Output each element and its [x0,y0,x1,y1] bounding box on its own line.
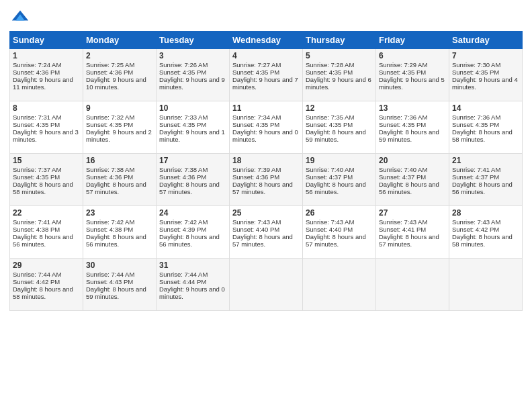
sunset-label: Sunset: 4:40 PM [232,226,279,233]
calendar-cell: 30Sunrise: 7:44 AMSunset: 4:43 PMDayligh… [83,259,157,311]
sunset-label: Sunset: 4:36 PM [232,173,279,181]
calendar-cell [376,259,449,311]
sunrise-label: Sunrise: 7:34 AM [232,113,281,121]
daylight-label: Daylight: 8 hours and 58 minutes. [13,285,73,300]
calendar-cell: 10Sunrise: 7:33 AMSunset: 4:35 PMDayligh… [157,101,230,154]
day-number: 23 [86,208,153,218]
day-number: 25 [232,208,300,218]
calendar-cell: 26Sunrise: 7:43 AMSunset: 4:40 PMDayligh… [303,206,376,259]
daylight-label: Daylight: 9 hours and 2 minutes. [86,128,152,143]
sunset-label: Sunset: 4:36 PM [13,68,60,76]
day-number: 28 [452,208,519,218]
header-day-saturday: Saturday [449,32,523,49]
header-day-friday: Friday [376,32,449,49]
daylight-label: Daylight: 8 hours and 57 minutes. [306,233,366,248]
sunset-label: Sunset: 4:35 PM [306,68,353,76]
sunset-label: Sunset: 4:40 PM [306,226,353,233]
sunrise-label: Sunrise: 7:33 AM [159,113,208,121]
daylight-label: Daylight: 8 hours and 59 minutes. [306,128,366,143]
daylight-label: Daylight: 8 hours and 56 minutes. [13,233,73,248]
daylight-label: Daylight: 9 hours and 10 minutes. [86,76,146,91]
daylight-label: Daylight: 8 hours and 58 minutes. [452,128,513,143]
sunrise-label: Sunrise: 7:37 AM [13,166,61,173]
calendar-cell: 25Sunrise: 7:43 AMSunset: 4:40 PMDayligh… [230,206,303,259]
day-number: 9 [86,103,153,113]
daylight-label: Daylight: 8 hours and 57 minutes. [232,181,293,195]
day-number: 3 [159,51,226,60]
daylight-label: Daylight: 9 hours and 1 minute. [159,128,225,143]
sunset-label: Sunset: 4:35 PM [452,121,499,128]
sunset-label: Sunset: 4:42 PM [452,226,499,233]
sunset-label: Sunset: 4:35 PM [452,68,499,76]
calendar-cell: 29Sunrise: 7:44 AMSunset: 4:42 PMDayligh… [10,259,83,311]
day-number: 8 [13,103,80,113]
sunset-label: Sunset: 4:41 PM [379,226,426,233]
daylight-label: Daylight: 9 hours and 11 minutes. [13,76,73,91]
day-number: 24 [159,208,226,218]
sunrise-label: Sunrise: 7:42 AM [86,218,134,226]
sunrise-label: Sunrise: 7:40 AM [306,166,354,173]
sunrise-label: Sunrise: 7:26 AM [159,61,208,68]
header-day-wednesday: Wednesday [230,32,303,49]
day-number: 15 [13,156,80,165]
day-number: 29 [13,261,80,270]
day-number: 18 [232,156,300,165]
sunset-label: Sunset: 4:38 PM [86,226,133,233]
day-number: 5 [306,51,373,60]
sunrise-label: Sunrise: 7:27 AM [232,61,281,68]
sunset-label: Sunset: 4:42 PM [13,278,60,285]
sunset-label: Sunset: 4:36 PM [86,173,133,181]
calendar-cell: 8Sunrise: 7:31 AMSunset: 4:35 PMDaylight… [10,101,83,154]
sunset-label: Sunset: 4:35 PM [379,121,426,128]
sunrise-label: Sunrise: 7:38 AM [159,166,208,173]
calendar-cell: 20Sunrise: 7:40 AMSunset: 4:37 PMDayligh… [376,154,449,206]
calendar-cell: 19Sunrise: 7:40 AMSunset: 4:37 PMDayligh… [303,154,376,206]
calendar-cell: 3Sunrise: 7:26 AMSunset: 4:35 PMDaylight… [157,49,230,101]
daylight-label: Daylight: 8 hours and 58 minutes. [13,181,73,195]
page-container: SundayMondayTuesdayWednesdayThursdayFrid… [0,0,532,316]
sunset-label: Sunset: 4:35 PM [13,121,60,128]
sunrise-label: Sunrise: 7:38 AM [86,166,134,173]
logo-icon [11,7,30,26]
day-number: 12 [306,103,373,113]
calendar-week-5: 29Sunrise: 7:44 AMSunset: 4:42 PMDayligh… [10,259,523,311]
header-day-monday: Monday [83,32,157,49]
calendar-cell: 16Sunrise: 7:38 AMSunset: 4:36 PMDayligh… [83,154,157,206]
day-number: 17 [159,156,226,165]
daylight-label: Daylight: 8 hours and 56 minutes. [306,181,366,195]
header [9,7,523,26]
sunrise-label: Sunrise: 7:44 AM [159,271,208,278]
sunrise-label: Sunrise: 7:44 AM [13,271,61,278]
sunrise-label: Sunrise: 7:43 AM [306,218,354,226]
day-number: 30 [86,261,153,270]
sunset-label: Sunset: 4:35 PM [13,173,60,181]
daylight-label: Daylight: 9 hours and 3 minutes. [13,128,79,143]
day-number: 4 [232,51,300,60]
sunset-label: Sunset: 4:44 PM [159,278,206,285]
calendar-cell: 21Sunrise: 7:41 AMSunset: 4:37 PMDayligh… [449,154,523,206]
calendar-week-1: 1Sunrise: 7:24 AMSunset: 4:36 PMDaylight… [10,49,523,101]
sunrise-label: Sunrise: 7:28 AM [306,61,354,68]
calendar-cell: 4Sunrise: 7:27 AMSunset: 4:35 PMDaylight… [230,49,303,101]
daylight-label: Daylight: 8 hours and 56 minutes. [86,233,146,248]
sunset-label: Sunset: 4:36 PM [159,173,206,181]
daylight-label: Daylight: 9 hours and 5 minutes. [379,76,445,91]
day-number: 7 [452,51,519,60]
calendar-cell: 27Sunrise: 7:43 AMSunset: 4:41 PMDayligh… [376,206,449,259]
calendar-cell: 17Sunrise: 7:38 AMSunset: 4:36 PMDayligh… [157,154,230,206]
sunrise-label: Sunrise: 7:39 AM [232,166,281,173]
sunset-label: Sunset: 4:37 PM [379,173,426,181]
sunset-label: Sunset: 4:38 PM [13,226,60,233]
calendar-cell [449,259,523,311]
day-number: 6 [379,51,446,60]
sunset-label: Sunset: 4:35 PM [159,68,206,76]
calendar-cell: 13Sunrise: 7:36 AMSunset: 4:35 PMDayligh… [376,101,449,154]
daylight-label: Daylight: 8 hours and 56 minutes. [452,181,513,195]
daylight-label: Daylight: 8 hours and 57 minutes. [379,233,439,248]
sunset-label: Sunset: 4:35 PM [306,121,353,128]
day-number: 27 [379,208,446,218]
sunset-label: Sunset: 4:36 PM [86,68,133,76]
calendar-header-row: SundayMondayTuesdayWednesdayThursdayFrid… [10,32,523,49]
daylight-label: Daylight: 9 hours and 0 minutes. [232,128,298,143]
sunrise-label: Sunrise: 7:42 AM [159,218,208,226]
